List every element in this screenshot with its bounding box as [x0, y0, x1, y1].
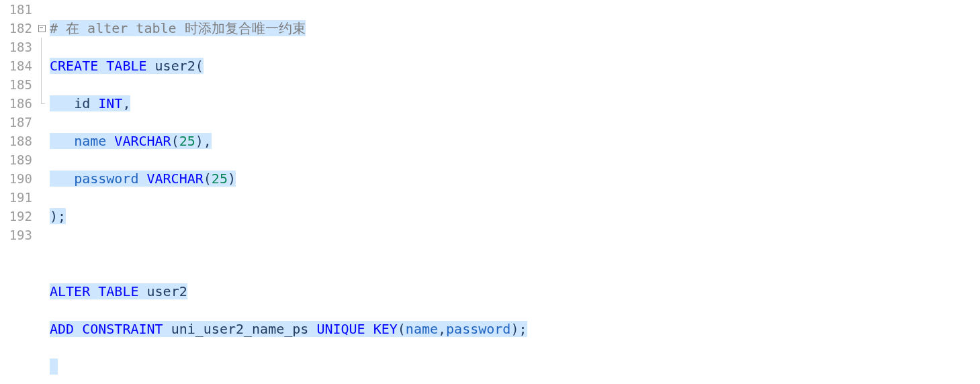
line-number: 193	[3, 226, 32, 244]
line-number-gutter: 181 182 183 184 185 186 187 188 189 190 …	[0, 0, 36, 384]
code-line	[50, 244, 980, 263]
line-number: 187	[3, 113, 32, 132]
code-line: password VARCHAR(25)	[50, 169, 980, 188]
fold-gutter	[36, 0, 47, 384]
line-number: 186	[3, 94, 32, 113]
line-number: 190	[3, 169, 32, 188]
fold-toggle-icon[interactable]	[36, 19, 47, 38]
line-number: 182	[3, 19, 32, 38]
code-line: );	[50, 207, 980, 226]
line-number: 189	[3, 150, 32, 169]
line-number: 183	[3, 38, 32, 56]
line-number: 192	[3, 207, 32, 226]
code-line: # 在 alter table 时添加复合唯一约束	[50, 19, 980, 38]
code-area[interactable]: # 在 alter table 时添加复合唯一约束 CREATE TABLE u…	[47, 0, 980, 384]
code-line: id INT,	[50, 94, 980, 113]
code-line: CREATE TABLE user2(	[50, 56, 980, 75]
code-editor[interactable]: 181 182 183 184 185 186 187 188 189 190 …	[0, 0, 980, 384]
code-line: ADD CONSTRAINT uni_user2_name_ps UNIQUE …	[50, 320, 980, 338]
code-line: ALTER TABLE user2	[50, 282, 980, 301]
line-number: 188	[3, 132, 32, 150]
line-number: 181	[3, 0, 32, 19]
code-line	[50, 357, 980, 376]
line-number: 185	[3, 75, 32, 94]
line-number: 191	[3, 188, 32, 207]
line-number: 184	[3, 56, 32, 75]
code-line: name VARCHAR(25),	[50, 132, 980, 150]
